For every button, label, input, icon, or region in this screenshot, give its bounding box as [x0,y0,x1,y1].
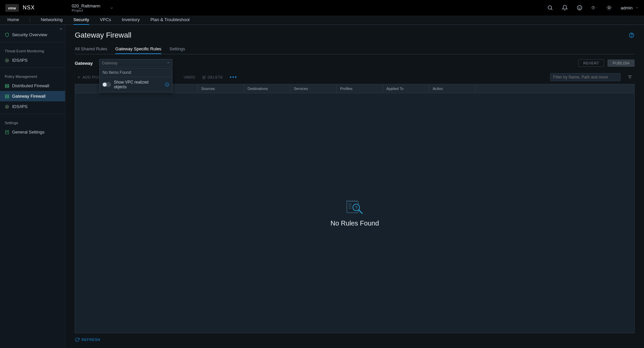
dropdown-toggle-row: Show VPC realized objects [100,77,172,92]
undo-button[interactable]: UNDO [184,75,195,79]
th-applied-to[interactable]: Applied To [383,84,429,93]
user-menu[interactable]: admin [621,5,639,10]
svg-line-53 [359,210,362,213]
refresh-button[interactable]: REFRESH [75,337,635,342]
filter-input[interactable] [550,73,621,81]
sidebar-gateway-firewall[interactable]: Gateway Firewall [0,91,65,101]
th-action[interactable]: Action [429,84,476,93]
sidebar-idsips-policy[interactable]: IDS/IPS [0,101,65,112]
delete-label: DELETE [208,75,223,79]
target-icon [5,58,9,63]
settings-doc-icon [5,130,9,135]
sidebar: Security Overview Threat Event Monitorin… [0,25,65,348]
revert-button[interactable]: REVERT [578,59,604,67]
vmw-text: vmw [8,6,16,10]
main-content: Gateway Firewall All Shared Rules Gatewa… [65,25,644,348]
info-icon[interactable] [165,82,169,87]
page-title: Gateway Firewall [75,31,131,40]
target-icon [5,104,9,109]
search-icon[interactable] [547,5,553,11]
nav-networking[interactable]: Networking [41,15,63,25]
top-bar: vmw NSX 020_Rattmann Project admin [0,0,644,15]
vmw-logo: vmw [5,4,19,12]
svg-point-7 [608,7,610,9]
collapse-sidebar-icon[interactable] [59,27,63,31]
nav-separator [30,17,30,23]
nav-security[interactable]: Security [73,15,89,25]
svg-rect-19 [5,84,9,85]
empty-state-text: No Rules Found [330,219,379,227]
show-vpc-toggle[interactable] [102,82,111,87]
nsx-text: NSX [23,5,35,11]
show-vpc-label: Show VPC realized objects [114,80,162,89]
tab-gateway-specific-rules[interactable]: Gateway Specific Rules [115,44,161,54]
firewall-icon [5,84,9,88]
gateway-select[interactable]: No Items Found Show VPC realized objects [99,59,172,67]
refresh-label: REFRESH [82,338,100,342]
filter-icon[interactable] [627,74,633,80]
svg-point-2 [577,5,582,10]
svg-point-0 [548,6,552,9]
nav-vpcs[interactable]: VPCs [100,15,111,25]
th-extra [476,84,634,93]
refresh-icon [75,337,79,342]
svg-rect-22 [5,95,9,96]
sidebar-general-settings[interactable]: General Settings [0,127,65,137]
project-sublabel: Project [72,8,100,12]
more-actions-icon[interactable]: ••• [230,74,237,80]
svg-line-15 [610,6,611,6]
tab-settings[interactable]: Settings [169,44,185,54]
face-icon[interactable] [577,5,583,11]
svg-point-32 [632,36,632,37]
th-destinations[interactable]: Destinations [244,84,290,93]
theme-icon[interactable] [606,5,612,11]
svg-line-14 [607,9,607,9]
firewall-icon [5,94,9,99]
tab-bar: All Shared Rules Gateway Specific Rules … [75,44,635,54]
bell-icon[interactable] [562,5,568,11]
sidebar-distributed-firewall[interactable]: Distributed Firewall [0,81,65,91]
th-sources[interactable]: Sources [198,84,244,93]
svg-text:?: ? [355,205,357,210]
nav-plan-troubleshoot[interactable]: Plan & Troubleshoot [150,15,190,25]
svg-point-35 [167,84,167,84]
nav-inventory[interactable]: Inventory [122,15,140,25]
project-selector[interactable]: 020_Rattmann Project [72,3,114,12]
sidebar-item-label: General Settings [12,130,45,135]
sidebar-item-label: Gateway Firewall [12,94,46,99]
gateway-input[interactable] [99,59,172,67]
svg-rect-21 [5,87,9,88]
empty-state-icon: ? [345,199,364,215]
sidebar-item-label: Security Overview [12,32,47,37]
th-profiles[interactable]: Profiles [337,84,383,93]
publish-button[interactable]: PUBLISH [607,59,635,67]
user-label: admin [621,5,633,10]
svg-point-18 [7,60,7,60]
nav-home[interactable]: Home [7,15,19,25]
sidebar-item-label: Distributed Firewall [12,83,49,88]
undo-label: UNDO [184,75,195,79]
svg-rect-24 [5,97,9,98]
chevron-down-icon [635,6,639,9]
table-body: ? No Rules Found [75,93,635,333]
project-name: 020_Rattmann [72,3,100,8]
svg-line-10 [607,6,607,6]
th-services[interactable]: Services [290,84,337,93]
svg-line-1 [551,9,552,10]
help-icon[interactable] [591,5,597,11]
tab-all-shared-rules[interactable]: All Shared Rules [75,44,107,54]
sidebar-section-policy: Policy Management [0,70,65,81]
sidebar-section-threat: Threat Event Monitoring [0,44,65,55]
svg-point-4 [580,7,580,7]
delete-button[interactable]: DELETE [202,75,223,79]
sidebar-idsips-threat[interactable]: IDS/IPS [0,55,65,65]
gateway-label: Gateway [75,61,93,66]
chevron-down-icon [110,6,114,10]
sidebar-item-label: IDS/IPS [12,58,28,63]
dropdown-no-items: No Items Found [100,68,172,77]
svg-line-11 [610,9,611,9]
svg-point-27 [7,106,7,107]
sidebar-section-settings: Settings [0,116,65,127]
sidebar-security-overview[interactable]: Security Overview [0,30,65,40]
page-help-icon[interactable] [629,32,635,38]
